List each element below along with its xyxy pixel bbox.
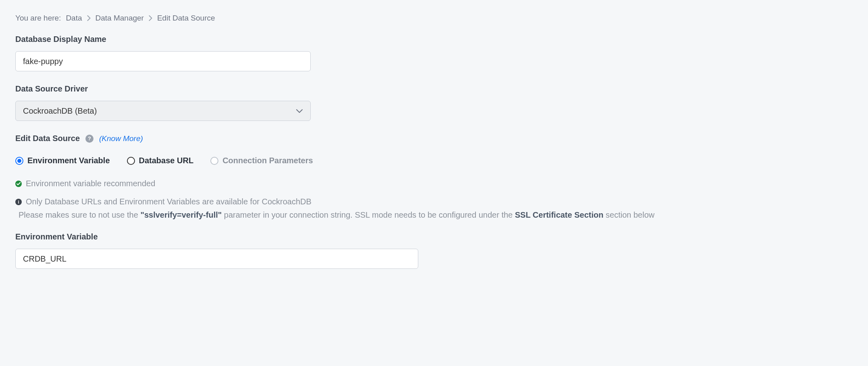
breadcrumb-edit-data-source[interactable]: Edit Data Source (157, 14, 215, 23)
radio-icon (15, 157, 23, 165)
ssl-note: Please makes sure to not use the "sslver… (15, 208, 853, 222)
recommended-text: Environment variable recommended (26, 179, 155, 188)
ssl-note-param: "sslverify=verify-full" (140, 210, 222, 219)
driver-select[interactable]: CockroachDB (Beta) (15, 101, 311, 121)
display-name-input[interactable] (15, 51, 311, 71)
info-icon: i (15, 199, 22, 205)
chevron-right-icon (149, 15, 152, 21)
radio-label-env: Environment Variable (27, 156, 110, 165)
env-var-label: Environment Variable (15, 232, 853, 241)
breadcrumb-data[interactable]: Data (66, 14, 82, 23)
ssl-note-pre: Please makes sure to not use the (19, 210, 140, 219)
connection-mode-radios: Environment Variable Database URL Connec… (15, 156, 853, 165)
ssl-note-mid: parameter in your connection string. SSL… (224, 210, 515, 219)
breadcrumb-prefix: You are here: (15, 14, 61, 23)
radio-icon (210, 157, 218, 165)
driver-label: Data Source Driver (15, 84, 853, 94)
chevron-right-icon (87, 15, 91, 21)
breadcrumb: You are here: Data Data Manager Edit Dat… (15, 14, 853, 23)
radio-label-url: Database URL (139, 156, 194, 165)
check-circle-icon (15, 181, 22, 187)
ssl-note-post: section below (606, 210, 654, 219)
driver-select-value: CockroachDB (Beta) (23, 106, 97, 116)
radio-environment-variable[interactable]: Environment Variable (15, 156, 110, 165)
radio-database-url[interactable]: Database URL (127, 156, 194, 165)
know-more-link[interactable]: (Know More) (99, 134, 143, 143)
availability-text: Only Database URLs and Environment Varia… (26, 197, 311, 206)
env-var-input[interactable] (15, 249, 418, 269)
ssl-note-section: SSL Certificate Section (515, 210, 604, 219)
display-name-label: Database Display Name (15, 35, 853, 44)
breadcrumb-data-manager[interactable]: Data Manager (96, 14, 144, 23)
radio-icon (127, 157, 135, 165)
radio-label-params: Connection Parameters (222, 156, 313, 165)
edit-data-source-title: Edit Data Source (15, 134, 80, 143)
chevron-down-icon (296, 106, 303, 116)
recommended-hint: Environment variable recommended (15, 179, 853, 188)
availability-info: i Only Database URLs and Environment Var… (15, 197, 853, 206)
help-icon[interactable]: ? (85, 135, 93, 143)
radio-connection-parameters[interactable]: Connection Parameters (210, 156, 313, 165)
